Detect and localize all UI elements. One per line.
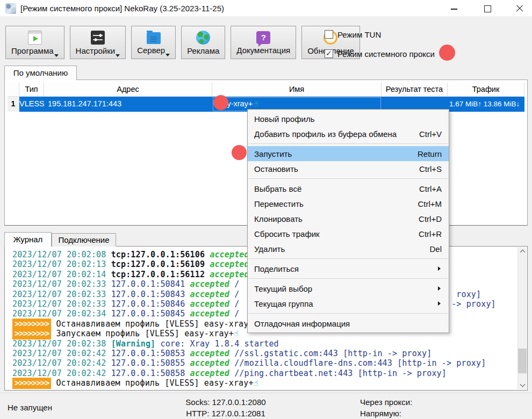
menu-item-запустить[interactable]: ЗапуститьReturn [248, 146, 449, 161]
menu-item-label: Сбросить трафик [254, 229, 419, 239]
toolbar-button-program[interactable]: Программа [5, 26, 64, 59]
menu-item-shortcut: Ctrl+V [419, 129, 442, 139]
globe-icon [196, 31, 210, 45]
submenu-arrow-icon [438, 266, 441, 271]
column-header-test[interactable]: Результат теста [382, 83, 448, 96]
menu-separator [248, 143, 448, 144]
toolbar-button-label: Настройки [76, 46, 120, 56]
status-socks: Socks: 127.0.0.1:2080 [161, 396, 290, 408]
column-header-addr[interactable]: Адрес [44, 83, 212, 96]
menu-separator [248, 258, 448, 259]
table-header-gutter [8, 83, 19, 96]
status-bar: Не запущен Socks: 127.0.0.1:2080 HTTP: 1… [0, 393, 532, 419]
cell-type[interactable]: VLESS [19, 97, 44, 112]
status-http: HTTP: 127.0.0.1:2081 [161, 408, 290, 419]
cell-traffic[interactable]: 1.67 MiB↑ 13.86 MiB↓ [448, 97, 524, 112]
toolbar-button-server[interactable]: Сервер [131, 26, 176, 59]
menu-item-shortcut: Ctrl+A [419, 184, 442, 193]
menu-item-shortcut: Del [429, 244, 442, 254]
pointing-hand-icon: ☝ [254, 378, 258, 388]
toolbar-button-docs[interactable]: ?Документация [231, 26, 296, 59]
dropdown-arrow-icon [54, 54, 59, 57]
log-chevron-badge: >>>>>>>> [12, 378, 51, 389]
submenu-arrow-icon [438, 286, 441, 291]
scroll-down-icon[interactable] [518, 380, 527, 389]
menu-item-переместить[interactable]: ПереместитьCtrl+M [248, 196, 449, 211]
menu-item-новый-профиль[interactable]: Новый профиль [248, 111, 449, 126]
toolbar-button-settings[interactable]: Настройки [70, 26, 126, 59]
log-chevron-badge: >>>>>>>> [12, 328, 51, 339]
column-header-name[interactable]: Имя [212, 83, 382, 96]
status-running-state: Не запущен [8, 403, 52, 412]
app-window: [Режим системного прокси] NekoRay (3.25-… [0, 0, 532, 419]
menu-item-shortcut: Ctrl+M [418, 199, 442, 208]
column-header-traffic[interactable]: Трафик [448, 83, 524, 96]
table-header[interactable]: ТипАдресИмяРезультат тестаТрафик [8, 83, 524, 97]
toolbar-button-label: Сервер [137, 46, 170, 55]
menu-item-выбрать-всё[interactable]: Выбрать всёCtrl+A [248, 181, 449, 196]
checkbox-box[interactable] [325, 30, 333, 39]
menu-item-сбросить-трафик[interactable]: Сбросить трафикCtrl+R [248, 226, 449, 241]
menu-item-текущий-выбор[interactable]: Текущий выбор [248, 281, 449, 296]
group-tab-default[interactable]: По умолчанию [4, 66, 77, 80]
scrollbar-thumb[interactable] [518, 349, 527, 373]
log-line: 2023/12/07 20:02:38 [Warning] core: Xray… [12, 339, 517, 349]
tab-connections[interactable]: Подключение [52, 233, 116, 247]
checkbox-system-proxy-mode[interactable]: Режим системного прокси [325, 48, 435, 59]
menu-item-shortcut: Return [418, 149, 442, 158]
menu-item-добавить-профиль-из-буфера-обмена[interactable]: Добавить профиль из буфера обменаCtrl+V [248, 126, 449, 141]
help-bubble-icon: ? [256, 31, 270, 44]
submenu-arrow-icon [438, 301, 441, 306]
menu-item-клонировать[interactable]: КлонироватьCtrl+D [248, 211, 449, 226]
profiles-table[interactable]: ТипАдресИмяРезультат тестаТрафик 1VLESS1… [8, 83, 524, 112]
toolbar-button-label: Программа [11, 46, 59, 56]
menu-item-shortcut: Ctrl+S [419, 164, 442, 174]
menu-item-label: Удалить [254, 244, 429, 254]
checkbox-tun-mode[interactable]: Режим TUN [325, 29, 381, 40]
toolbar-button-label: Реклама [187, 46, 219, 56]
status-direct: Напрямую: [360, 408, 412, 419]
menu-item-текущая-группа[interactable]: Текущая группа [248, 296, 449, 311]
menu-item-поделиться[interactable]: Поделиться [248, 261, 449, 276]
checkbox-system-proxy-label: Режим системного прокси [337, 49, 435, 59]
click-annotation [232, 145, 247, 160]
tab-log[interactable]: Журнал [4, 232, 52, 247]
checkbox-box[interactable] [325, 49, 333, 58]
menu-item-отладочная-информация[interactable]: Отладочная информация [248, 316, 449, 331]
pointing-hand-icon: ☝ [254, 99, 258, 108]
pointing-hand-icon: ☝ [234, 329, 239, 338]
toolbar-button-ads[interactable]: Реклама [181, 26, 225, 59]
menu-item-удалить[interactable]: УдалитьDel [248, 241, 449, 256]
log-line: >>>>>>>> Останавливаем профиль [VLESS] e… [12, 378, 517, 388]
scrollbar[interactable] [517, 247, 527, 389]
row-number: 1 [8, 97, 19, 112]
close-icon[interactable] [507, 0, 532, 17]
scroll-up-icon[interactable] [518, 247, 527, 256]
status-traffic-labels: Через прокси: Напрямую: [360, 396, 412, 419]
column-header-type[interactable]: Тип [19, 83, 44, 96]
menu-item-label: Выбрать всё [254, 184, 419, 193]
context-menu: Новый профильДобавить профиль из буфера … [247, 109, 449, 333]
menu-item-label: Переместить [254, 199, 418, 208]
menu-item-label: Отладочная информация [254, 319, 442, 328]
menu-item-label: Запустить [254, 149, 418, 158]
minimize-icon[interactable] [442, 0, 466, 17]
menu-separator [248, 278, 448, 279]
menu-item-label: Текущая группа [254, 299, 438, 308]
menu-item-shortcut: Ctrl+D [419, 214, 442, 223]
menu-item-label: Поделиться [254, 264, 438, 273]
menu-separator [248, 313, 448, 314]
maximize-icon[interactable] [475, 0, 500, 17]
cell-address[interactable]: 195.181.247.171:443 [44, 97, 212, 112]
window-title: [Режим системного прокси] NekoRay (3.25-… [20, 0, 224, 17]
status-via-proxy: Через прокси: [360, 396, 412, 408]
dropdown-arrow-icon [116, 54, 120, 57]
menu-item-остановить[interactable]: ОстановитьCtrl+S [248, 161, 449, 176]
server-folder-icon [147, 32, 161, 44]
log-line: 2023/12/07 20:02:42 127.0.0.1:50858 acce… [12, 369, 517, 378]
toolbar-button-label: Документация [236, 46, 290, 55]
menu-item-label: Клонировать [254, 214, 419, 223]
menu-item-label: Добавить профиль из буфера обмена [254, 129, 419, 139]
log-line: 2023/12/07 20:02:42 127.0.0.1:50855 acce… [12, 358, 517, 368]
menu-item-label: Новый профиль [254, 114, 442, 124]
